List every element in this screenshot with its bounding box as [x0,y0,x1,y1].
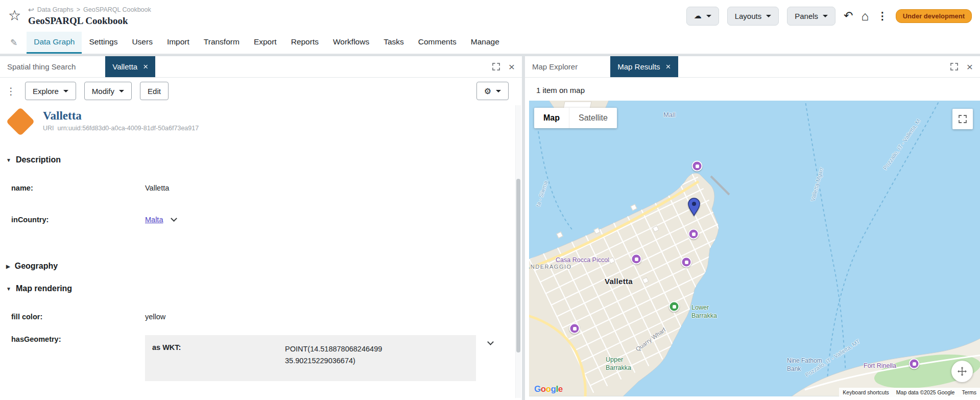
map-pan-button[interactable] [951,361,973,382]
map-panel: Map Explorer Map Results × × 1 item on m… [525,56,980,400]
section-description-label: Description [16,155,61,164]
gear-icon: ⚙ [484,86,491,96]
chevron-down-icon[interactable] [171,215,177,222]
expand-panel-button[interactable] [492,63,500,70]
tab-valletta[interactable]: Valletta × [105,56,155,77]
expand-panel-button[interactable] [950,63,958,70]
map-label: ta - Sliema [534,180,549,207]
keyboard-shortcuts-button[interactable]: Keyboard shortcuts [839,389,892,395]
modify-button[interactable]: Modify [84,82,132,100]
close-tab-icon[interactable]: × [666,62,671,72]
kebab-menu-button[interactable]: ⋮ [877,10,888,22]
breadcrumb-separator: > [77,6,80,13]
cloud-menu-button[interactable]: ☁ [686,7,719,26]
tab-settings[interactable]: Settings [82,32,125,54]
map-label: Pozzallo, IT - Valletta, M [881,117,922,171]
map-type-map-button[interactable]: Map [534,108,569,128]
expand-geometry-button[interactable] [488,338,493,346]
section-map-rendering[interactable]: ▼ Map rendering [0,284,522,293]
move-arrows-icon [957,366,967,377]
favorite-star-icon[interactable]: ☆ [8,9,21,23]
park-marker [669,301,680,312]
undo-button[interactable]: ↶ [844,9,853,22]
chevron-down-icon [487,339,494,345]
section-geography[interactable]: ▶ Geography [0,262,522,271]
map-type-satellite-button[interactable]: Satellite [569,108,617,128]
tab-spatial-thing-search[interactable]: Spatial thing Search [0,56,83,77]
tab-comments[interactable]: Comments [411,32,464,54]
tab-manage[interactable]: Manage [464,32,507,54]
vertical-scrollbar[interactable] [515,105,521,398]
map-status: 1 item on map [525,78,980,101]
museum-marker [688,229,699,240]
tab-tasks[interactable]: Tasks [376,32,411,54]
tab-export[interactable]: Export [247,32,284,54]
pin-marker[interactable] [687,198,701,218]
attraction-marker [909,359,920,369]
terms-link[interactable]: Terms [958,389,980,395]
close-tab-icon[interactable]: × [143,62,148,72]
tab-map-explorer[interactable]: Map Explorer [525,56,585,77]
under-development-badge: Under development [896,9,972,23]
map-label: Nine Fathom Bank [787,357,822,373]
map-label: Valletta [605,276,633,287]
field-has-geometry: hasGeometry: as WKT: POINT(14.5188780682… [0,335,522,381]
edit-button[interactable]: Edit [140,82,169,100]
tab-reports[interactable]: Reports [284,32,326,54]
section-geography-label: Geography [15,262,58,271]
entity-panel: Spatial thing Search Valletta × × ⋮ Expl… [0,56,522,400]
layouts-button[interactable]: Layouts [727,7,779,26]
map-copyright: Map data ©2025 Google [893,389,959,395]
google-logo[interactable]: Google [534,384,563,394]
panels-button[interactable]: Panels [787,7,835,26]
tab-workflows[interactable]: Workflows [326,32,376,54]
uri-label: URI [43,125,54,132]
close-panel-button[interactable]: × [967,61,973,73]
caret-down-icon [706,15,711,17]
collapse-triangle-icon: ▼ [6,157,11,163]
back-arrow-icon[interactable]: ↩ [28,6,34,14]
shopping-marker [692,161,703,172]
field-incountry-label: inCountry: [11,216,145,224]
settings-gear-button[interactable]: ⚙ [476,82,509,100]
section-description[interactable]: ▼ Description [0,155,522,164]
field-name: name: Valletta [0,184,522,192]
tab-data-graph[interactable]: Data Graph [27,32,82,54]
close-panel-button[interactable]: × [509,61,515,73]
field-fill-color-label: fill color: [11,313,145,321]
map-fullscreen-button[interactable] [952,109,973,129]
explore-button[interactable]: Explore [25,82,76,100]
title-block: ↩ Data Graphs > GeoSPARQL Cookbook GeoSP… [28,6,151,27]
layouts-button-label: Layouts [735,12,762,20]
map-type-control: Map Satellite [534,108,617,128]
caret-down-icon [63,90,68,92]
building-marker [593,227,600,234]
map-label: Valletta-Mgarr [809,167,825,202]
cloud-icon: ☁ [694,11,702,20]
malta-link[interactable]: Malta [145,216,163,224]
map-canvas[interactable]: Mallta - SliemaPozzallo, IT - Valletta, … [529,101,980,396]
entity-toolbar: ⋮ Explore Modify Edit ⚙ [0,78,522,104]
field-fill-color-value: yellow [145,313,522,321]
home-button[interactable]: ⌂ [862,9,869,23]
scrollbar-thumb[interactable] [516,179,520,352]
tab-transform[interactable]: Transform [197,32,247,54]
tab-import[interactable]: Import [160,32,197,54]
pencil-icon[interactable]: ✎ [10,37,17,48]
page-title: GeoSPARQL Cookbook [28,15,151,27]
wkt-box: as WKT: POINT(14.518878068246499 35.9021… [145,335,476,381]
tab-map-results[interactable]: Map Results × [610,56,678,77]
building-marker [556,231,563,238]
museum-marker [631,254,642,265]
fullscreen-icon [959,115,967,123]
caret-down-icon [496,90,501,92]
field-has-geometry-label: hasGeometry: [11,335,145,343]
collapse-triangle-icon: ▼ [6,286,11,292]
tab-users[interactable]: Users [125,32,159,54]
breadcrumb-root[interactable]: Data Graphs [37,6,74,13]
attraction-marker [681,257,692,268]
collapsed-triangle-icon: ▶ [6,264,10,269]
drag-handle-icon[interactable]: ⋮ [6,85,16,97]
explore-label: Explore [33,87,59,96]
map-label: Upper Barrakka [606,356,631,372]
